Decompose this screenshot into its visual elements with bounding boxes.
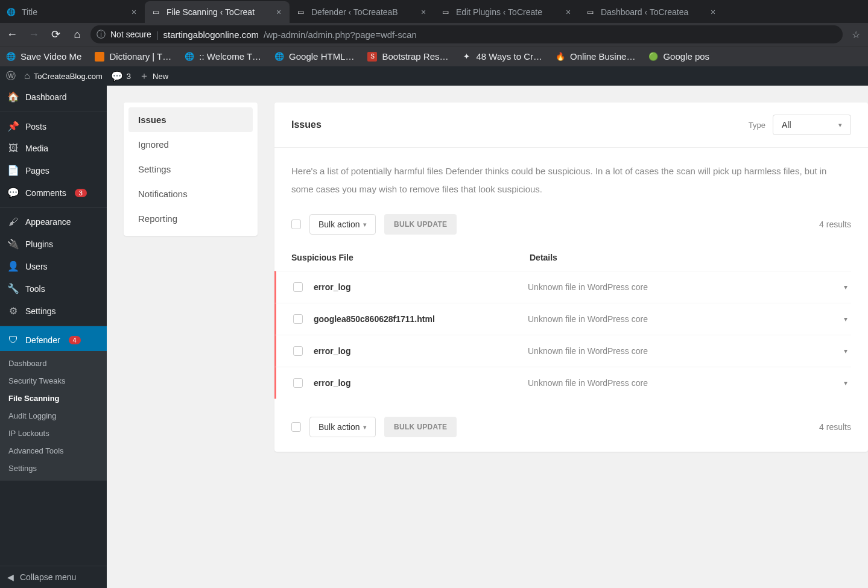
submenu-audit-logging[interactable]: Audit Logging [0, 407, 107, 425]
tab-settings[interactable]: Settings [128, 157, 253, 182]
bulk-row-bottom: Bulk action ▾ BULK UPDATE 4 results [291, 417, 851, 437]
bulk-action-label: Bulk action [318, 422, 360, 432]
sidebar-item-pages[interactable]: 📄Pages [0, 159, 107, 182]
user-icon: 👤 [7, 261, 19, 272]
sidebar-item-plugins[interactable]: 🔌Plugins [0, 233, 107, 255]
bookmark[interactable]: Dictionary | T… [95, 51, 171, 62]
select-all-checkbox[interactable] [291, 220, 301, 229]
sidebar-item-dashboard[interactable]: 🏠Dashboard [0, 86, 107, 108]
file-details: Unknown file in WordPress core [528, 314, 840, 324]
tab-ignored[interactable]: Ignored [128, 132, 253, 157]
browser-tab[interactable]: ▭ Dashboard ‹ ToCreatea × [579, 1, 724, 23]
close-icon[interactable]: × [563, 7, 573, 17]
sidebar-item-tools[interactable]: 🔧Tools [0, 277, 107, 300]
bookmark-star-icon[interactable]: ☆ [847, 26, 864, 43]
table-row[interactable]: error_log Unknown file in WordPress core… [274, 335, 851, 367]
row-checkbox[interactable] [293, 378, 303, 388]
media-icon: 🖼 [7, 143, 19, 154]
forward-button[interactable]: → [25, 26, 42, 43]
new-content[interactable]: ＋New [139, 70, 168, 83]
table-row[interactable]: error_log Unknown file in WordPress core… [274, 271, 851, 303]
bookmark[interactable]: 🌐Google HTML… [274, 51, 354, 62]
panel-title: Issues [291, 119, 322, 130]
row-checkbox[interactable] [293, 346, 303, 356]
close-icon[interactable]: × [274, 7, 284, 17]
col-header-details: Details [530, 253, 851, 262]
sidebar-item-users[interactable]: 👤Users [0, 255, 107, 277]
bookmark[interactable]: 🌐Save Video Me [6, 51, 81, 62]
bookmark-label: Save Video Me [21, 51, 81, 62]
separator: | [156, 30, 159, 40]
site-name[interactable]: ⌂ToCreateaBlog.com [24, 71, 103, 81]
sidebar-item-settings[interactable]: ⚙Settings [0, 300, 107, 322]
bookmark-label: Dictionary | T… [109, 51, 171, 62]
shield-icon: 🛡 [7, 335, 19, 346]
submenu-ip-lockouts[interactable]: IP Lockouts [0, 425, 107, 442]
table-row[interactable]: error_log Unknown file in WordPress core… [274, 367, 851, 399]
url-input[interactable]: ⓘ Not secure | startingablogonline.com/w… [90, 25, 843, 43]
chevron-down-icon[interactable]: ▾ [840, 347, 851, 355]
issues-panel: Issues Type All ▾ Here's a list of poten… [274, 103, 868, 452]
chevron-down-icon[interactable]: ▾ [840, 379, 851, 387]
description-extra: remove files that look suspicious. [410, 184, 542, 194]
menu-label: Users [25, 262, 48, 271]
tab-reporting[interactable]: Reporting [128, 206, 253, 231]
chevron-down-icon[interactable]: ▾ [840, 283, 851, 291]
collapse-menu[interactable]: ◀Collapse menu [0, 566, 107, 588]
wp-logo[interactable]: ⓦ [6, 70, 16, 83]
chevron-down-icon: ▾ [363, 423, 367, 431]
wrench-icon: 🔧 [7, 283, 19, 294]
bookmark[interactable]: 🔥Online Busine… [556, 51, 635, 62]
submenu-security-tweaks[interactable]: Security Tweaks [0, 372, 107, 390]
browser-tab-active[interactable]: ▭ File Scanning ‹ ToCreat × [145, 1, 290, 23]
sidebar-item-appearance[interactable]: 🖌Appearance [0, 207, 107, 233]
comments-bubble[interactable]: 💬3 [111, 71, 131, 82]
site-icon: ▭ [151, 7, 160, 17]
browser-tab[interactable]: 🌐 Title × [0, 1, 145, 23]
sidebar-item-comments[interactable]: 💬Comments3 [0, 182, 107, 204]
row-checkbox[interactable] [293, 314, 303, 324]
table-row[interactable]: googlea850c860628f1711.html Unknown file… [274, 303, 851, 335]
back-button[interactable]: ← [4, 26, 21, 43]
bookmark[interactable]: 🌐:: Welcome T… [185, 51, 261, 62]
bulk-update-button[interactable]: BULK UPDATE [384, 214, 457, 235]
bookmark-label: 48 Ways to Cr… [477, 51, 542, 62]
row-checkbox[interactable] [293, 282, 303, 292]
type-label: Type [749, 121, 765, 130]
favicon-icon [95, 52, 104, 62]
close-icon[interactable]: × [708, 7, 718, 17]
menu-label: Comments [25, 188, 66, 198]
bookmark[interactable]: 🟢Google pos [648, 51, 709, 62]
bookmark[interactable]: ✦48 Ways to Cr… [462, 51, 542, 62]
description-text: Here's a list of potentially harmful fil… [291, 166, 826, 194]
browser-tab[interactable]: ▭ Edit Plugins ‹ ToCreate × [434, 1, 579, 23]
bulk-action-select[interactable]: Bulk action ▾ [309, 417, 376, 437]
tab-notifications[interactable]: Notifications [128, 182, 253, 206]
sidebar-item-media[interactable]: 🖼Media [0, 138, 107, 159]
close-icon[interactable]: × [419, 7, 428, 17]
bulk-update-button[interactable]: BULK UPDATE [384, 417, 457, 437]
results-count: 4 results [819, 422, 851, 432]
comment-icon: 💬 [7, 187, 19, 198]
page-icon: 📄 [7, 165, 19, 176]
submenu-settings[interactable]: Settings [0, 460, 107, 477]
sidebar-item-posts[interactable]: 📌Posts [0, 112, 107, 138]
chevron-down-icon[interactable]: ▾ [840, 315, 851, 323]
submenu-advanced-tools[interactable]: Advanced Tools [0, 442, 107, 460]
comment-icon: 💬 [111, 71, 123, 82]
select-all-checkbox[interactable] [291, 422, 301, 432]
type-select[interactable]: All ▾ [773, 115, 851, 135]
reload-button[interactable]: ⟳ [47, 26, 64, 43]
file-name: error_log [314, 378, 528, 388]
tab-issues[interactable]: Issues [128, 107, 253, 132]
sidebar-item-defender[interactable]: 🛡Defender4 [0, 326, 107, 351]
submenu-dashboard[interactable]: Dashboard [0, 355, 107, 372]
browser-tab[interactable]: ▭ Defender ‹ ToCreateaB × [290, 1, 434, 23]
menu-label: Dashboard [25, 92, 67, 102]
bulk-action-select[interactable]: Bulk action ▾ [309, 214, 376, 235]
bookmark[interactable]: SBootstrap Res… [367, 51, 448, 62]
close-icon[interactable]: × [129, 7, 139, 17]
home-button[interactable]: ⌂ [69, 26, 86, 43]
site-icon: ▭ [440, 7, 450, 17]
submenu-file-scanning[interactable]: File Scanning [0, 390, 107, 407]
